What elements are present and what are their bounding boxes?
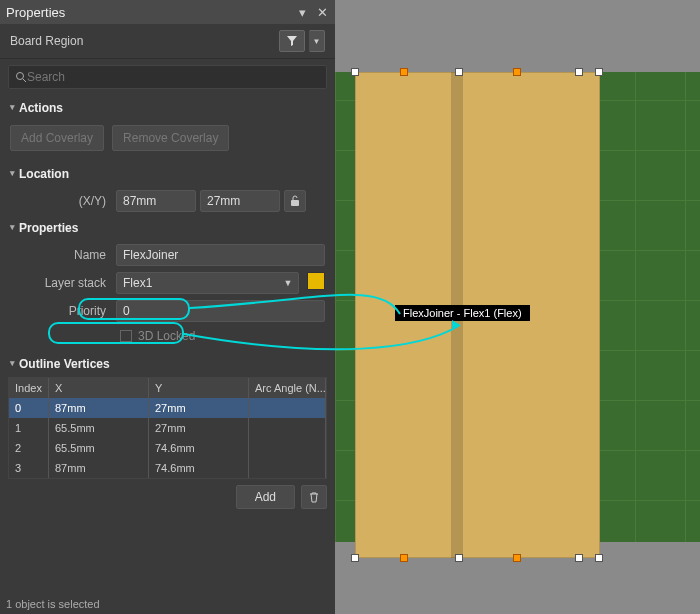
delete-vertex-button[interactable] bbox=[301, 485, 327, 509]
edit-handle[interactable] bbox=[400, 68, 408, 76]
funnel-icon bbox=[286, 35, 298, 47]
region-tooltip: FlexJoiner - Flex1 (Flex) bbox=[395, 305, 530, 321]
pcb-viewport[interactable]: FlexJoiner - Flex1 (Flex) bbox=[335, 0, 700, 614]
col-x[interactable]: X bbox=[49, 378, 149, 398]
location-row: (X/Y) bbox=[0, 187, 335, 215]
name-row: Name bbox=[0, 241, 335, 269]
locked-checkbox[interactable] bbox=[120, 330, 132, 342]
priority-row: Priority bbox=[0, 297, 335, 325]
name-input[interactable] bbox=[116, 244, 325, 266]
col-y[interactable]: Y bbox=[149, 378, 249, 398]
priority-input[interactable] bbox=[116, 300, 325, 322]
table-header: Index X Y Arc Angle (N... bbox=[9, 378, 326, 398]
unlock-icon bbox=[290, 195, 300, 207]
edit-handle[interactable] bbox=[513, 554, 521, 562]
resize-handle[interactable] bbox=[351, 554, 359, 562]
col-arc[interactable]: Arc Angle (N... bbox=[249, 378, 326, 398]
remove-coverlay-button[interactable]: Remove Coverlay bbox=[112, 125, 229, 151]
pin-icon[interactable]: ▾ bbox=[295, 5, 309, 19]
xy-label: (X/Y) bbox=[10, 194, 110, 208]
object-type-row: Board Region ▼ bbox=[0, 24, 335, 59]
resize-handle[interactable] bbox=[575, 68, 583, 76]
filter-dropdown[interactable]: ▼ bbox=[309, 30, 325, 52]
locked-label: 3D Locked bbox=[138, 329, 195, 343]
edit-handle[interactable] bbox=[400, 554, 408, 562]
properties-header[interactable]: Properties bbox=[0, 215, 335, 241]
layerstack-label: Layer stack bbox=[10, 276, 110, 290]
svg-point-0 bbox=[17, 73, 24, 80]
trash-icon bbox=[308, 491, 320, 503]
vertices-header[interactable]: Outline Vertices bbox=[0, 351, 335, 377]
col-index[interactable]: Index bbox=[9, 378, 49, 398]
location-lock-button[interactable] bbox=[284, 190, 306, 212]
close-icon[interactable]: ✕ bbox=[315, 5, 329, 19]
table-row[interactable]: 2 65.5mm 74.6mm bbox=[9, 438, 326, 458]
table-row[interactable]: 1 65.5mm 27mm bbox=[9, 418, 326, 438]
object-type-label: Board Region bbox=[10, 34, 275, 48]
panel-title: Properties bbox=[6, 5, 289, 20]
layerstack-select[interactable]: ▼ bbox=[116, 272, 299, 294]
resize-handle[interactable] bbox=[595, 554, 603, 562]
filter-button[interactable] bbox=[279, 30, 305, 52]
table-row[interactable]: 3 87mm 74.6mm bbox=[9, 458, 326, 478]
resize-handle[interactable] bbox=[455, 68, 463, 76]
layerstack-color-swatch[interactable] bbox=[307, 272, 325, 290]
edit-handle[interactable] bbox=[513, 68, 521, 76]
svg-line-1 bbox=[23, 79, 26, 82]
actions-buttons: Add Coverlay Remove Coverlay bbox=[0, 121, 335, 161]
table-footer: Add bbox=[0, 479, 335, 515]
location-header[interactable]: Location bbox=[0, 161, 335, 187]
chevron-down-icon: ▼ bbox=[281, 272, 295, 294]
layerstack-row: Layer stack ▼ bbox=[0, 269, 335, 297]
priority-label: Priority bbox=[10, 304, 110, 318]
panel-header: Properties ▾ ✕ bbox=[0, 0, 335, 24]
location-x-input[interactable] bbox=[116, 190, 196, 212]
locked-row[interactable]: 3D Locked bbox=[0, 325, 335, 351]
resize-handle[interactable] bbox=[351, 68, 359, 76]
add-coverlay-button[interactable]: Add Coverlay bbox=[10, 125, 104, 151]
properties-panel: Properties ▾ ✕ Board Region ▼ Actions Ad… bbox=[0, 0, 335, 614]
vertices-table: Index X Y Arc Angle (N... 0 87mm 27mm 1 … bbox=[8, 377, 327, 479]
name-label: Name bbox=[10, 248, 110, 262]
resize-handle[interactable] bbox=[575, 554, 583, 562]
table-row[interactable]: 0 87mm 27mm bbox=[9, 398, 326, 418]
svg-rect-2 bbox=[291, 200, 299, 206]
chevron-down-icon: ▼ bbox=[313, 37, 321, 46]
resize-handle[interactable] bbox=[595, 68, 603, 76]
add-vertex-button[interactable]: Add bbox=[236, 485, 295, 509]
resize-handle[interactable] bbox=[455, 554, 463, 562]
search-icon bbox=[15, 71, 27, 83]
rigid-region-top bbox=[335, 0, 700, 72]
search-input[interactable] bbox=[27, 70, 320, 84]
actions-header[interactable]: Actions bbox=[0, 95, 335, 121]
search-input-wrap[interactable] bbox=[8, 65, 327, 89]
location-y-input[interactable] bbox=[200, 190, 280, 212]
layerstack-value[interactable] bbox=[116, 272, 299, 294]
status-bar: 1 object is selected bbox=[0, 596, 335, 614]
